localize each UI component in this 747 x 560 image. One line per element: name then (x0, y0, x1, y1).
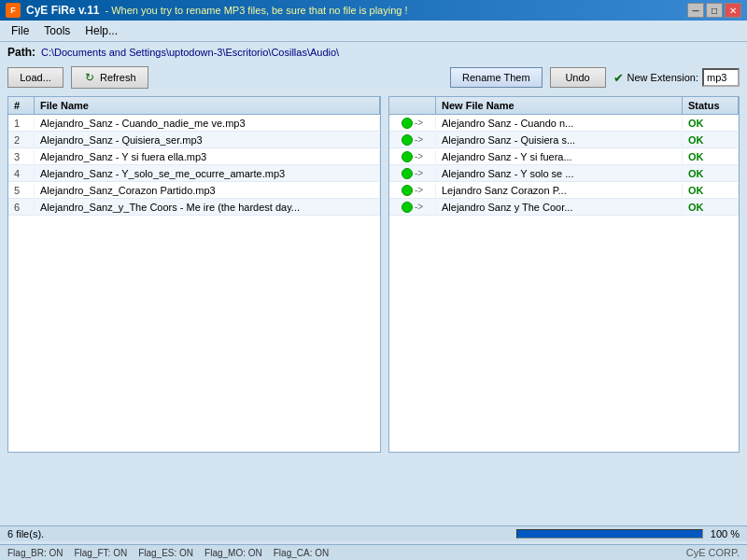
cell-arrow: -> (389, 167, 436, 180)
left-table-header: # File Name (8, 97, 380, 115)
right-table-header: New File Name Status (389, 97, 739, 115)
right-table-row[interactable]: -> Alejandro Sanz - Y si fuera... OK (389, 148, 739, 165)
title-warning: - When you try to rename MP3 files, be s… (105, 5, 407, 16)
title-bar: F CyE FiRe v.11 - When you try to rename… (0, 0, 747, 21)
progress-bar (516, 529, 703, 539)
cell-status: OK (683, 150, 739, 163)
cell-status: OK (683, 184, 739, 197)
left-panel: # File Name 1 Alejandro_Sanz - Cuando_na… (7, 96, 381, 453)
arrow-text: -> (415, 185, 423, 195)
cell-status: OK (683, 201, 739, 214)
title-bar-left: F CyE FiRe v.11 - When you try to rename… (6, 3, 408, 18)
cell-newname: Lejandro Sanz Corazon P... (436, 184, 683, 197)
left-table-row[interactable]: 3 Alejandro_Sanz - Y si fuera ella.mp3 (8, 148, 380, 165)
col-header-newname: New File Name (436, 97, 683, 114)
flag-item: Flag_FT: ON (74, 548, 127, 558)
cell-filename: Alejandro_Sanz_Corazon Partido.mp3 (35, 184, 380, 197)
cell-status: OK (683, 117, 739, 130)
refresh-label: Refresh (100, 72, 136, 83)
right-panel: New File Name Status -> Alejandro Sanz -… (388, 96, 740, 453)
left-table-row[interactable]: 2 Alejandro_Sanz - Quisiera_ser.mp3 (8, 132, 380, 148)
new-extension-area: ✔ New Extension: (613, 68, 740, 87)
status-circle (402, 118, 413, 129)
cell-status: OK (683, 167, 739, 180)
title-controls: ─ □ ✕ (687, 3, 741, 18)
cell-num: 4 (8, 167, 35, 180)
menu-file[interactable]: File (4, 22, 36, 39)
left-table-row[interactable]: 5 Alejandro_Sanz_Corazon Partido.mp3 (8, 182, 380, 199)
cell-num: 5 (8, 184, 35, 197)
arrow-text: -> (415, 168, 423, 178)
cell-filename: Alejandro_Sanz - Cuando_nadie_me ve.mp3 (35, 117, 380, 130)
cell-arrow: -> (389, 201, 436, 214)
right-table-row[interactable]: -> Alejandro Sanz - Y solo se ... OK (389, 165, 739, 182)
cell-num: 3 (8, 150, 35, 163)
arrow-text: -> (415, 118, 423, 128)
new-ext-label: New Extension: (627, 72, 698, 83)
progress-area: 100 % (63, 528, 740, 539)
app-name: CyE FiRe v.11 (26, 4, 99, 17)
arrow-text: -> (415, 202, 423, 212)
progress-bar-fill (517, 530, 702, 538)
col-header-status: Status (683, 97, 739, 114)
right-table-row[interactable]: -> Alejandro Sanz y The Coor... OK (389, 199, 739, 216)
cell-num: 1 (8, 117, 35, 130)
rename-button[interactable]: Rename Them (450, 67, 543, 88)
cell-arrow: -> (389, 184, 436, 197)
left-table-row[interactable]: 4 Alejandro_Sanz - Y_solo_se_me_ocurre_a… (8, 165, 380, 182)
arrow-text: -> (415, 151, 423, 161)
path-bar: Path: C:\Documents and Settings\uptodown… (0, 42, 747, 63)
undo-button[interactable]: Undo (550, 67, 606, 88)
status-bar: 6 file(s). 100 % (0, 525, 747, 541)
col-header-filename: File Name (35, 97, 380, 114)
right-table-row[interactable]: -> Alejandro Sanz - Cuando n... OK (389, 115, 739, 132)
maximize-button[interactable]: □ (706, 3, 723, 18)
right-table-row[interactable]: -> Lejandro Sanz Corazon P... OK (389, 182, 739, 199)
cell-newname: Alejandro Sanz - Y solo se ... (436, 167, 683, 180)
minimize-button[interactable]: ─ (687, 3, 704, 18)
main-content: # File Name 1 Alejandro_Sanz - Cuando_na… (0, 92, 747, 456)
left-table-row[interactable]: 6 Alejandro_Sanz_y_The Coors - Me ire (t… (8, 199, 380, 216)
file-count: 6 file(s). (7, 528, 63, 539)
new-ext-checkbox[interactable]: ✔ (613, 71, 624, 85)
path-label: Path: (7, 46, 35, 59)
cell-arrow: -> (389, 150, 436, 163)
path-value: C:\Documents and Settings\uptodown-3\Esc… (41, 47, 339, 58)
menu-tools[interactable]: Tools (36, 22, 78, 39)
status-circle (402, 168, 413, 179)
left-table-body: 1 Alejandro_Sanz - Cuando_nadie_me ve.mp… (8, 115, 380, 452)
progress-pct: 100 % (711, 528, 740, 539)
cell-newname: Alejandro Sanz - Y si fuera... (436, 150, 683, 163)
cell-newname: Alejandro Sanz - Quisiera s... (436, 133, 683, 147)
app-icon: F (6, 3, 21, 18)
flag-item: Flag_BR: ON (7, 548, 63, 558)
cell-status: OK (683, 133, 739, 147)
flag-item: Flag_MO: ON (204, 548, 262, 558)
load-button[interactable]: Load... (7, 67, 63, 88)
new-ext-input[interactable] (702, 68, 740, 87)
cell-newname: Alejandro Sanz - Cuando n... (436, 117, 683, 130)
menu-help[interactable]: Help... (78, 22, 125, 39)
arrow-text: -> (415, 134, 423, 145)
right-table-row[interactable]: -> Alejandro Sanz - Quisiera s... OK (389, 132, 739, 148)
close-button[interactable]: ✕ (725, 3, 741, 18)
cell-num: 2 (8, 133, 35, 147)
status-circle (402, 202, 413, 213)
refresh-icon: ↻ (83, 71, 96, 84)
menu-bar: File Tools Help... (0, 21, 747, 42)
flag-item: Flag_CA: ON (274, 548, 329, 558)
refresh-button[interactable]: ↻ Refresh (71, 66, 148, 89)
cell-filename: Alejandro_Sanz - Y_solo_se_me_ocurre_ama… (35, 167, 380, 180)
corp-label: CyE CORP. (686, 547, 740, 558)
left-table-row[interactable]: 1 Alejandro_Sanz - Cuando_nadie_me ve.mp… (8, 115, 380, 132)
cell-arrow: -> (389, 133, 436, 147)
toolbar: Load... ↻ Refresh Rename Them Undo ✔ New… (0, 63, 747, 92)
status-circle (402, 185, 413, 196)
bottom-bar: Flag_BR: ONFlag_FT: ONFlag_ES: ONFlag_MO… (0, 544, 747, 560)
col-header-arrow (389, 97, 436, 114)
flag-item: Flag_ES: ON (138, 548, 193, 558)
cell-filename: Alejandro_Sanz_y_The Coors - Me ire (the… (35, 201, 380, 214)
cell-arrow: -> (389, 117, 436, 130)
cell-num: 6 (8, 201, 35, 214)
cell-filename: Alejandro_Sanz - Y si fuera ella.mp3 (35, 150, 380, 163)
